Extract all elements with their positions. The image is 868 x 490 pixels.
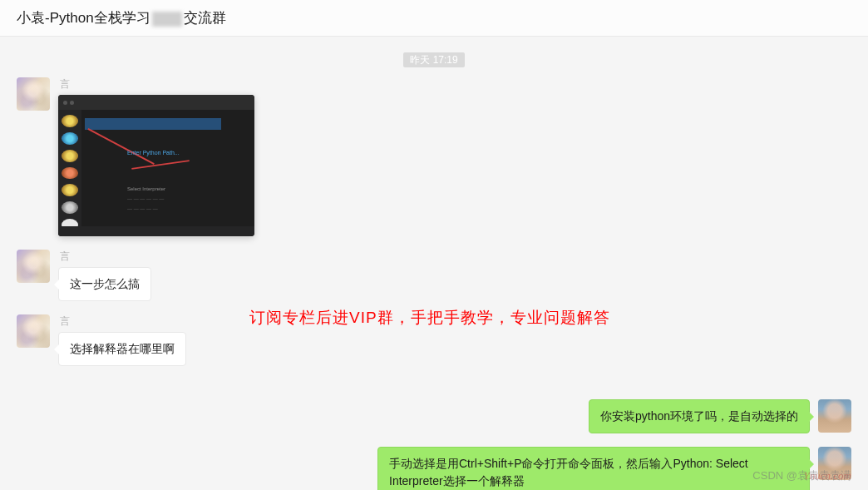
message-row: 言 Enter Python Path... Select Interprete bbox=[17, 77, 851, 236]
message-content: 你安装python环境了吗，是自动选择的 bbox=[589, 399, 810, 433]
message-row: 你安装python环境了吗，是自动选择的 bbox=[17, 399, 851, 433]
message-bubble[interactable]: 选择解释器在哪里啊 bbox=[58, 332, 186, 366]
message-bubble[interactable]: 这一步怎么搞 bbox=[58, 267, 151, 301]
timestamp: 昨天 17:19 bbox=[0, 52, 868, 67]
screenshot-sidebar bbox=[58, 110, 81, 236]
watermark-csdn: CSDN @袁袁袁袁满 bbox=[752, 468, 851, 483]
sender-name: 言 bbox=[58, 250, 151, 264]
chat-body[interactable]: 昨天 17:19 言 Enter Python bbox=[0, 37, 868, 490]
title-redacted bbox=[152, 12, 182, 27]
screenshot-link: Enter Python Path... bbox=[127, 150, 180, 156]
avatar[interactable] bbox=[17, 77, 50, 111]
image-attachment[interactable]: Enter Python Path... Select Interpreter … bbox=[58, 95, 254, 236]
avatar[interactable] bbox=[17, 250, 50, 283]
message-content: 言 选择解释器在哪里啊 bbox=[58, 314, 186, 366]
screenshot-titlebar bbox=[58, 95, 254, 110]
avatar[interactable] bbox=[818, 399, 851, 433]
title-suffix: 交流群 bbox=[184, 10, 226, 26]
sender-name: 言 bbox=[58, 314, 186, 329]
timestamp-text: 昨天 17:19 bbox=[403, 52, 464, 67]
chat-header: 小袁-Python全栈学习交流群 bbox=[0, 0, 868, 37]
screenshot-hint: Select Interpreter bbox=[127, 186, 165, 191]
promo-overlay: 订阅专栏后进VIP群，手把手教学，专业问题解答 bbox=[249, 307, 610, 329]
message-row: 手动选择是用Ctrl+Shift+P命令打开命令面板，然后输入Python: S… bbox=[17, 447, 851, 490]
message-bubble[interactable]: 你安装python环境了吗，是自动选择的 bbox=[589, 399, 810, 433]
avatar[interactable] bbox=[17, 314, 50, 348]
chat-title: 小袁-Python全栈学习交流群 bbox=[17, 8, 226, 27]
sender-name: 言 bbox=[58, 77, 254, 92]
screenshot-main: Enter Python Path... Select Interpreter … bbox=[81, 110, 254, 226]
message-content: 言 这一步怎么搞 bbox=[58, 250, 151, 301]
message-content: 言 Enter Python Path... Select Interprete bbox=[58, 77, 254, 236]
message-bubble[interactable]: 手动选择是用Ctrl+Shift+P命令打开命令面板，然后输入Python: S… bbox=[377, 447, 810, 490]
message-row: 言 这一步怎么搞 bbox=[17, 250, 851, 301]
title-prefix: 小袁-Python全栈学习 bbox=[17, 10, 150, 26]
message-content: 手动选择是用Ctrl+Shift+P命令打开命令面板，然后输入Python: S… bbox=[377, 447, 810, 490]
